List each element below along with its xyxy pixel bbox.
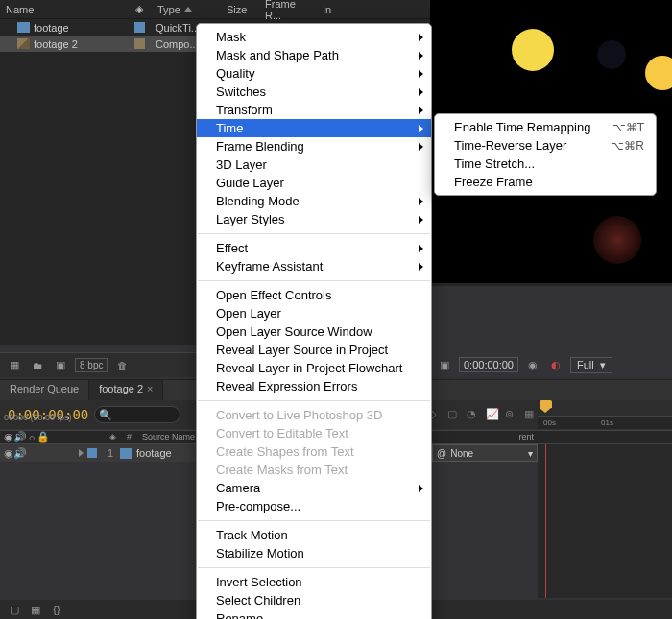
submenu-arrow-icon [419, 245, 423, 252]
time-ruler[interactable]: 00s 01s [538, 400, 672, 429]
layer-color[interactable] [87, 448, 97, 458]
timeline-search[interactable]: 🔍 [94, 406, 180, 423]
brackets-icon[interactable]: {} [48, 602, 65, 617]
menu-item-select-children[interactable]: Select Children [197, 591, 431, 609]
source-name-col[interactable]: Source Name [138, 431, 199, 443]
menu-item-blending-mode[interactable]: Blending Mode [197, 192, 431, 210]
menu-item-open-layer[interactable]: Open Layer [197, 304, 431, 322]
chevron-down-icon: ▾ [600, 359, 606, 371]
frame-blend-icon[interactable]: ▢ [447, 408, 461, 421]
footage-icon [17, 22, 30, 33]
menu-item-reveal-layer-source-in-project[interactable]: Reveal Layer Source in Project [197, 341, 431, 359]
interpret-icon[interactable]: ▦ [6, 358, 23, 373]
menu-item-open-layer-source-window[interactable]: Open Layer Source Window [197, 322, 431, 341]
menu-item-reveal-expression-errors[interactable]: Reveal Expression Errors [197, 377, 431, 395]
menu-item-open-effect-controls[interactable]: Open Effect Controls [197, 286, 431, 304]
menu-item-invert-selection[interactable]: Invert Selection [197, 573, 431, 591]
submenu-arrow-icon [419, 125, 423, 132]
menu-item-time-stretch-[interactable]: Time Stretch... [435, 155, 656, 173]
col-framerate[interactable]: Frame R... [259, 0, 317, 21]
close-tab-icon[interactable]: × [147, 383, 153, 394]
menu-item-layer-styles[interactable]: Layer Styles [197, 210, 431, 228]
menu-item-freeze-frame[interactable]: Freeze Frame [435, 173, 656, 191]
twirl-icon[interactable] [79, 449, 84, 457]
preview-timecode[interactable]: 0:00:00:00 [459, 357, 518, 372]
submenu-arrow-icon [419, 107, 423, 114]
submenu-arrow-icon [419, 485, 423, 492]
menu-item-time[interactable]: Time [197, 119, 431, 137]
snapshot-icon[interactable]: ◉ [524, 357, 541, 372]
shortcut-label: ⌥⌘R [611, 139, 644, 153]
pickwhip-icon[interactable]: @ [437, 448, 446, 459]
submenu-arrow-icon [419, 143, 423, 151]
submenu-arrow-icon [419, 216, 423, 224]
audio-toggle[interactable]: 🔊 [15, 448, 25, 458]
col-name[interactable]: Name [0, 4, 127, 15]
col-type[interactable]: Type [152, 4, 221, 15]
roi-icon[interactable]: ▣ [436, 357, 453, 372]
parent-col[interactable]: rent [515, 431, 538, 443]
menu-item-mask[interactable]: Mask [197, 28, 431, 46]
video-toggle[interactable]: ◉ [4, 448, 13, 458]
graph-icon[interactable]: 📈 [486, 408, 499, 421]
col-tag[interactable]: ◈ [127, 3, 152, 15]
draft3d-icon[interactable]: ▦ [524, 408, 538, 421]
bpc-button[interactable]: 8 bpc [75, 358, 108, 372]
item-name: footage 2 [34, 38, 78, 50]
num-col[interactable]: # [123, 431, 138, 443]
motion-blur-icon[interactable]: ◔ [467, 408, 480, 421]
footage-icon [120, 448, 132, 459]
label-col[interactable]: ◈ [106, 431, 123, 443]
video-switch-icon[interactable]: ◉ [4, 433, 13, 442]
toggle-modes-icon[interactable]: ▦ [27, 602, 44, 617]
layer-context-menu: MaskMask and Shape PathQualitySwitchesTr… [196, 23, 432, 619]
menu-item-rename[interactable]: Rename [197, 609, 431, 619]
menu-item-switches[interactable]: Switches [197, 83, 431, 101]
parent-dropdown[interactable]: @ None ▾ [432, 444, 538, 462]
folder-icon[interactable]: 🖿 [29, 358, 46, 373]
menu-item-pre-compose-[interactable]: Pre-compose... [197, 497, 431, 515]
color-label[interactable] [134, 38, 145, 49]
color-label[interactable] [134, 22, 145, 33]
lock-switch-icon[interactable]: 🔒 [38, 433, 48, 442]
new-comp-icon[interactable]: ▣ [52, 358, 69, 373]
audio-switch-icon[interactable]: 🔊 [15, 433, 25, 442]
menu-item-convert-to-editable-text: Convert to Editable Text [197, 424, 431, 442]
trash-icon[interactable]: 🗑 [113, 358, 131, 373]
resolution-select[interactable]: Full▾ [570, 357, 612, 373]
menu-item-effect[interactable]: Effect [197, 239, 431, 257]
menu-item-3d-layer[interactable]: 3D Layer [197, 155, 431, 174]
ruler-label: 00s [543, 418, 556, 427]
menu-item-enable-time-remapping[interactable]: Enable Time Remapping⌥⌘T [435, 118, 656, 136]
menu-item-track-motion[interactable]: Track Motion [197, 526, 431, 544]
timeline-tracks[interactable] [538, 444, 672, 598]
tab-footage2[interactable]: footage 2× [89, 380, 163, 400]
menu-item-frame-blending[interactable]: Frame Blending [197, 137, 431, 155]
cti-line [545, 444, 546, 598]
menu-item-camera[interactable]: Camera [197, 479, 431, 497]
menu-item-guide-layer[interactable]: Guide Layer [197, 174, 431, 192]
item-name: footage [34, 22, 69, 34]
tag-icon: ◈ [135, 3, 143, 14]
brainstorm-icon[interactable]: ⊚ [505, 408, 518, 421]
solo-switch-icon[interactable]: ○ [27, 433, 36, 442]
menu-item-transform[interactable]: Transform [197, 101, 431, 119]
col-size[interactable]: Size [221, 4, 259, 15]
menu-item-mask-and-shape-path[interactable]: Mask and Shape Path [197, 46, 431, 64]
menu-item-reveal-layer-in-project-flowchart[interactable]: Reveal Layer in Project Flowchart [197, 359, 431, 377]
frame-info: 00000 (50.00 fps) [4, 413, 72, 422]
submenu-arrow-icon [419, 70, 423, 78]
sort-arrow-icon [184, 7, 192, 12]
col-in[interactable]: In [317, 4, 346, 15]
menu-item-time-reverse-layer[interactable]: Time-Reverse Layer⌥⌘R [435, 136, 656, 155]
channel-icon[interactable]: ◐ [547, 357, 564, 372]
submenu-arrow-icon [419, 263, 423, 271]
toggle-switches-icon[interactable]: ▢ [6, 602, 23, 617]
tab-render-queue[interactable]: Render Queue [0, 380, 89, 400]
current-time-indicator[interactable] [540, 400, 552, 413]
menu-item-keyframe-assistant[interactable]: Keyframe Assistant [197, 257, 431, 275]
comp-icon [17, 38, 30, 49]
menu-item-stabilize-motion[interactable]: Stabilize Motion [197, 544, 431, 562]
menu-item-quality[interactable]: Quality [197, 64, 431, 83]
col-name-label: Name [6, 4, 34, 15]
